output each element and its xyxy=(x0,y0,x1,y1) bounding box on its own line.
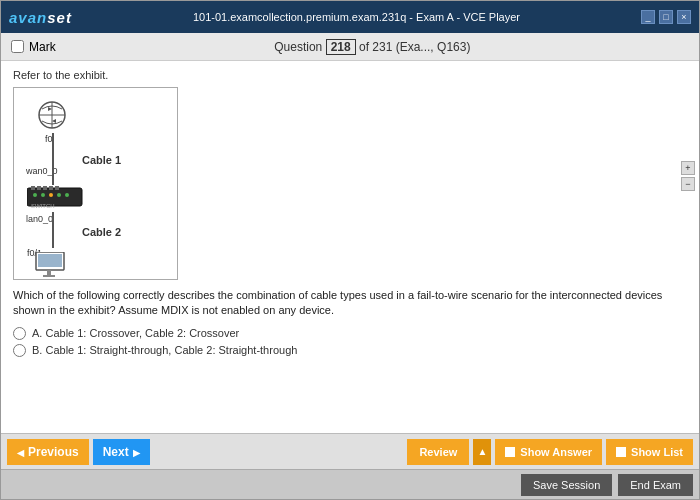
question-number: 218 xyxy=(326,39,356,55)
bottom-toolbar: Previous Next Review ▲ Show Answer Show … xyxy=(1,433,699,469)
svg-rect-7 xyxy=(37,186,41,190)
radio-b[interactable] xyxy=(13,344,26,357)
content-area: Refer to the exhibit. xyxy=(1,61,699,433)
scroll-controls: + − xyxy=(681,161,695,191)
option-b: B. Cable 1: Straight-through, Cable 2: S… xyxy=(13,344,687,357)
scroll-plus[interactable]: + xyxy=(681,161,695,175)
titlebar: avanset 101-01.examcollection.premium.ex… xyxy=(1,1,699,33)
switch-svg: SWITCH xyxy=(27,184,87,212)
option-a-text: A. Cable 1: Crossover, Cable 2: Crossove… xyxy=(32,327,239,339)
end-exam-button[interactable]: End Exam xyxy=(618,474,693,496)
svg-rect-18 xyxy=(38,254,62,267)
svg-point-13 xyxy=(49,193,53,197)
svg-point-11 xyxy=(33,193,37,197)
window-title: 101-01.examcollection.premium.exam.231q … xyxy=(72,11,641,23)
option-b-text: B. Cable 1: Straight-through, Cable 2: S… xyxy=(32,344,297,356)
line-router-switch xyxy=(52,133,54,185)
question-label: Question xyxy=(274,40,322,54)
previous-button[interactable]: Previous xyxy=(7,439,89,465)
cable2-label: Cable 2 xyxy=(82,226,121,238)
pc-icon xyxy=(34,252,74,285)
show-answer-label: Show Answer xyxy=(520,446,592,458)
window-controls: _ □ × xyxy=(641,10,691,24)
network-diagram: f0 wan0_0 Cable 1 xyxy=(22,96,167,271)
svg-rect-6 xyxy=(31,186,35,190)
menubar: Mark Question 218 of 231 (Exa..., Q163) xyxy=(1,33,699,61)
svg-rect-20 xyxy=(43,275,55,277)
review-dropdown-button[interactable]: ▲ xyxy=(473,439,491,465)
refer-text: Refer to the exhibit. xyxy=(13,69,687,81)
mark-label: Mark xyxy=(29,40,56,54)
exhibit-box: f0 wan0_0 Cable 1 xyxy=(13,87,178,280)
save-session-button[interactable]: Save Session xyxy=(521,474,612,496)
question-info: Question 218 of 231 (Exa..., Q163) xyxy=(56,39,689,55)
show-answer-icon xyxy=(505,447,515,457)
svg-text:SWITCH: SWITCH xyxy=(31,203,55,209)
lan00-label: lan0_0 xyxy=(26,214,53,224)
close-button[interactable]: × xyxy=(677,10,691,24)
router-svg xyxy=(34,101,74,131)
minimize-button[interactable]: _ xyxy=(641,10,655,24)
main-window: avanset 101-01.examcollection.premium.ex… xyxy=(0,0,700,500)
cable1-label: Cable 1 xyxy=(82,154,121,166)
mark-area: Mark xyxy=(11,40,56,54)
svg-point-14 xyxy=(57,193,61,197)
next-button[interactable]: Next xyxy=(93,439,150,465)
app-logo: avanset xyxy=(9,9,72,26)
switch-icon: SWITCH xyxy=(27,184,87,215)
footer: Save Session End Exam xyxy=(1,469,699,499)
mark-checkbox[interactable] xyxy=(11,40,24,53)
logo-a: avan xyxy=(9,9,47,26)
radio-a[interactable] xyxy=(13,327,26,340)
svg-point-12 xyxy=(41,193,45,197)
svg-rect-19 xyxy=(47,270,51,275)
router-icon xyxy=(34,101,74,136)
svg-rect-8 xyxy=(43,186,47,190)
next-label: Next xyxy=(103,445,129,459)
maximize-button[interactable]: □ xyxy=(659,10,673,24)
line-switch-pc xyxy=(52,212,54,248)
question-text: Which of the following correctly describ… xyxy=(13,288,687,319)
scroll-minus[interactable]: − xyxy=(681,177,695,191)
show-list-button[interactable]: Show List xyxy=(606,439,693,465)
logo-b: set xyxy=(47,9,72,26)
svg-rect-9 xyxy=(49,186,53,190)
show-list-icon xyxy=(616,447,626,457)
show-answer-button[interactable]: Show Answer xyxy=(495,439,602,465)
option-a: A. Cable 1: Crossover, Cable 2: Crossove… xyxy=(13,327,687,340)
next-arrow-icon xyxy=(133,445,140,459)
show-list-label: Show List xyxy=(631,446,683,458)
svg-rect-10 xyxy=(55,186,59,190)
svg-point-15 xyxy=(65,193,69,197)
prev-arrow-icon xyxy=(17,445,24,459)
previous-label: Previous xyxy=(28,445,79,459)
question-area: Refer to the exhibit. xyxy=(1,61,699,433)
review-button[interactable]: Review xyxy=(407,439,469,465)
question-total: of 231 (Exa..., Q163) xyxy=(359,40,470,54)
pc-svg xyxy=(34,252,74,282)
